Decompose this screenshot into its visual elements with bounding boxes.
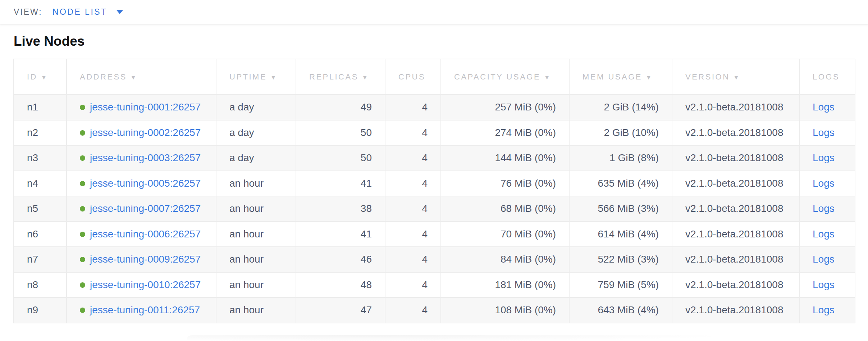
cell-mem_usage: 522 MiB (3%) bbox=[569, 247, 672, 272]
column-label-version: VERSION bbox=[685, 72, 730, 81]
node-address-link[interactable]: jesse-tuning-0001:26257 bbox=[90, 101, 201, 113]
cell-mem_usage: 635 MiB (4%) bbox=[569, 171, 672, 196]
cell-id: n3 bbox=[14, 145, 67, 171]
view-selector-dropdown[interactable]: NODE LIST bbox=[52, 7, 123, 17]
cell-logs: Logs bbox=[799, 171, 855, 196]
node-address-link[interactable]: jesse-tuning-0006:26257 bbox=[90, 228, 201, 240]
live-nodes-table: ID▼ADDRESS▼UPTIME▼REPLICAS▼CPUSCAPACITY … bbox=[13, 59, 855, 323]
view-selector-value: NODE LIST bbox=[52, 7, 108, 17]
logs-link[interactable]: Logs bbox=[813, 101, 835, 113]
logs-link[interactable]: Logs bbox=[813, 254, 835, 265]
column-header-capacity_usage[interactable]: CAPACITY USAGE▼ bbox=[441, 59, 569, 95]
healthy-status-icon bbox=[80, 181, 85, 186]
healthy-status-icon bbox=[80, 308, 85, 313]
logs-link[interactable]: Logs bbox=[813, 304, 835, 315]
sort-descending-icon: ▼ bbox=[362, 74, 369, 81]
bottom-edge-shadow bbox=[187, 335, 712, 341]
table-row: n4jesse-tuning-0005:26257an hour41476 Mi… bbox=[14, 171, 855, 196]
logs-link[interactable]: Logs bbox=[813, 279, 835, 290]
cell-address: jesse-tuning-0010:26257 bbox=[67, 272, 216, 298]
healthy-status-icon bbox=[80, 130, 85, 136]
cell-uptime: a day bbox=[216, 145, 296, 171]
cell-id: n5 bbox=[14, 196, 67, 222]
table-header-row: ID▼ADDRESS▼UPTIME▼REPLICAS▼CPUSCAPACITY … bbox=[14, 59, 855, 95]
column-header-uptime[interactable]: UPTIME▼ bbox=[216, 59, 296, 95]
cell-version: v2.1.0-beta.20181008 bbox=[672, 222, 799, 247]
node-address-link[interactable]: jesse-tuning-0007:26257 bbox=[90, 203, 201, 214]
cell-uptime: a day bbox=[216, 95, 296, 120]
sort-descending-icon: ▼ bbox=[131, 74, 137, 81]
page-title: Live Nodes bbox=[14, 34, 868, 49]
cell-version: v2.1.0-beta.20181008 bbox=[672, 120, 799, 146]
cell-mem_usage: 759 MiB (5%) bbox=[569, 272, 672, 298]
column-header-version[interactable]: VERSION▼ bbox=[672, 59, 799, 95]
node-address-link[interactable]: jesse-tuning-0009:26257 bbox=[90, 254, 201, 265]
cell-logs: Logs bbox=[799, 196, 855, 222]
column-label-logs: LOGS bbox=[813, 72, 840, 81]
cell-replicas: 50 bbox=[296, 145, 385, 171]
column-label-replicas: REPLICAS bbox=[309, 72, 358, 81]
table-row: n3jesse-tuning-0003:26257a day504144 MiB… bbox=[14, 145, 855, 171]
cell-logs: Logs bbox=[799, 120, 855, 146]
cell-cpus: 4 bbox=[385, 222, 441, 247]
column-label-id: ID bbox=[27, 72, 37, 81]
cell-capacity_usage: 274 MiB (0%) bbox=[441, 120, 569, 146]
logs-link[interactable]: Logs bbox=[813, 228, 835, 240]
cell-address: jesse-tuning-0001:26257 bbox=[67, 95, 216, 120]
column-header-mem_usage[interactable]: MEM USAGE▼ bbox=[569, 59, 672, 95]
table-header: ID▼ADDRESS▼UPTIME▼REPLICAS▼CPUSCAPACITY … bbox=[14, 59, 855, 95]
cell-cpus: 4 bbox=[385, 120, 441, 146]
table-row: n2jesse-tuning-0002:26257a day504274 MiB… bbox=[14, 120, 855, 146]
cell-mem_usage: 643 MiB (4%) bbox=[569, 297, 672, 323]
cell-version: v2.1.0-beta.20181008 bbox=[672, 247, 799, 272]
cell-cpus: 4 bbox=[385, 196, 441, 222]
node-address-link[interactable]: jesse-tuning-0010:26257 bbox=[90, 279, 201, 290]
healthy-status-icon bbox=[80, 206, 85, 212]
cell-version: v2.1.0-beta.20181008 bbox=[672, 196, 799, 222]
node-address-link[interactable]: jesse-tuning-0003:26257 bbox=[90, 152, 201, 163]
sort-descending-icon: ▼ bbox=[544, 74, 551, 81]
cell-id: n6 bbox=[14, 222, 67, 247]
column-header-id[interactable]: ID▼ bbox=[14, 59, 67, 95]
node-address-link[interactable]: jesse-tuning-0005:26257 bbox=[90, 178, 201, 189]
table-row: n9jesse-tuning-0011:26257an hour474108 M… bbox=[14, 297, 855, 323]
node-address-link[interactable]: jesse-tuning-0002:26257 bbox=[90, 127, 201, 138]
cell-id: n8 bbox=[14, 272, 67, 298]
cell-version: v2.1.0-beta.20181008 bbox=[672, 297, 799, 323]
cell-id: n1 bbox=[14, 95, 67, 120]
column-label-cpus: CPUS bbox=[398, 72, 425, 81]
view-bar: VIEW: NODE LIST bbox=[0, 0, 868, 24]
cell-capacity_usage: 84 MiB (0%) bbox=[441, 247, 569, 272]
cell-replicas: 50 bbox=[296, 120, 385, 146]
cell-replicas: 41 bbox=[296, 171, 385, 196]
column-header-replicas[interactable]: REPLICAS▼ bbox=[296, 59, 385, 95]
cell-capacity_usage: 257 MiB (0%) bbox=[441, 95, 569, 120]
logs-link[interactable]: Logs bbox=[813, 178, 835, 189]
cell-address: jesse-tuning-0005:26257 bbox=[67, 171, 216, 196]
logs-link[interactable]: Logs bbox=[813, 152, 835, 163]
cell-mem_usage: 2 GiB (10%) bbox=[569, 120, 672, 146]
table-row: n7jesse-tuning-0009:26257an hour46484 Mi… bbox=[14, 247, 855, 272]
logs-link[interactable]: Logs bbox=[813, 127, 835, 138]
cell-capacity_usage: 68 MiB (0%) bbox=[441, 196, 569, 222]
cell-address: jesse-tuning-0002:26257 bbox=[67, 120, 216, 146]
cell-version: v2.1.0-beta.20181008 bbox=[672, 171, 799, 196]
cell-cpus: 4 bbox=[385, 145, 441, 171]
cell-uptime: a day bbox=[216, 120, 296, 146]
cell-logs: Logs bbox=[799, 247, 855, 272]
cell-capacity_usage: 108 MiB (0%) bbox=[441, 297, 569, 323]
logs-link[interactable]: Logs bbox=[813, 203, 835, 214]
column-label-mem_usage: MEM USAGE bbox=[583, 72, 642, 81]
column-label-uptime: UPTIME bbox=[229, 72, 267, 81]
node-address-link[interactable]: jesse-tuning-0011:26257 bbox=[90, 304, 200, 315]
cell-id: n7 bbox=[14, 247, 67, 272]
cell-logs: Logs bbox=[799, 95, 855, 120]
cell-id: n9 bbox=[14, 297, 67, 323]
sort-descending-icon: ▼ bbox=[734, 74, 740, 81]
cell-replicas: 47 bbox=[296, 297, 385, 323]
cell-address: jesse-tuning-0011:26257 bbox=[67, 297, 216, 323]
cell-replicas: 46 bbox=[296, 247, 385, 272]
caret-down-icon bbox=[116, 10, 123, 14]
cell-address: jesse-tuning-0006:26257 bbox=[67, 222, 216, 247]
column-header-address[interactable]: ADDRESS▼ bbox=[67, 59, 216, 95]
